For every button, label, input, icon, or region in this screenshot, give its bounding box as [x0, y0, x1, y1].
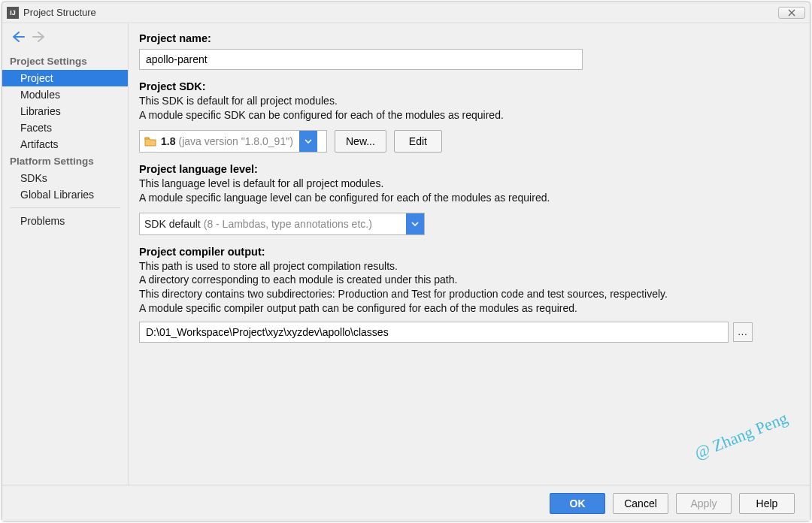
titlebar: IJ Project Structure: [2, 2, 810, 23]
sidebar-section-platform-settings: Platform Settings: [2, 153, 128, 170]
lang-level-dropdown-arrow[interactable]: [406, 213, 424, 234]
nav-arrows: [2, 26, 128, 53]
sidebar-item-sdks[interactable]: SDKs: [2, 170, 128, 186]
close-icon: [787, 9, 796, 17]
lang-level-detail: (8 - Lambdas, type annotations etc.): [204, 218, 372, 230]
project-sdk-label: Project SDK:: [139, 80, 792, 92]
ok-button[interactable]: OK: [550, 493, 605, 514]
compiler-output-label: Project compiler output:: [139, 246, 792, 258]
lang-level-desc-2: A module specific language level can be …: [139, 191, 792, 205]
project-sdk-combo[interactable]: 1.8 (java version "1.8.0_91"): [139, 130, 327, 153]
sidebar-item-project[interactable]: Project: [2, 70, 128, 86]
compiler-output-desc-2: A directory corresponding to each module…: [139, 273, 792, 287]
browse-button[interactable]: ...: [733, 322, 753, 342]
sidebar-separator: [10, 207, 120, 208]
lang-level-value: SDK default: [144, 218, 201, 230]
lang-level-combo[interactable]: SDK default (8 - Lambdas, type annotatio…: [139, 213, 425, 235]
app-icon: IJ: [7, 7, 19, 19]
sdk-edit-button[interactable]: Edit: [394, 130, 442, 153]
compiler-output-desc-1: This path is used to store all project c…: [139, 259, 792, 274]
forward-button[interactable]: [32, 31, 46, 45]
window-close-button[interactable]: [778, 7, 805, 19]
dialog-body: Project Settings Project Modules Librari…: [2, 23, 810, 485]
lang-level-label: Project language level:: [139, 163, 792, 175]
svg-rect-0: [145, 138, 149, 139]
help-button[interactable]: Help: [739, 493, 795, 514]
apply-button[interactable]: Apply: [676, 493, 732, 514]
compiler-output-desc-4: A module specific compiler output path c…: [139, 301, 792, 316]
dialog-footer: OK Cancel Apply Help: [2, 485, 810, 521]
window-title: Project Structure: [23, 7, 778, 18]
back-button[interactable]: [11, 31, 25, 45]
sidebar-item-artifacts[interactable]: Artifacts: [2, 136, 128, 153]
project-name-input[interactable]: [139, 49, 583, 70]
sdk-version: (java version "1.8.0_91"): [178, 135, 292, 147]
project-sdk-desc-1: This SDK is default for all project modu…: [139, 94, 792, 108]
sdk-new-button[interactable]: New...: [335, 130, 386, 153]
sidebar-item-global-libraries[interactable]: Global Libraries: [2, 186, 128, 203]
chevron-down-icon: [411, 222, 419, 226]
sdk-dropdown-arrow[interactable]: [299, 131, 317, 152]
dialog-window: IJ Project Structure Project Settings Pr…: [2, 2, 810, 521]
content-panel: Project name: Project SDK: This SDK is d…: [129, 23, 810, 485]
sidebar-item-facets[interactable]: Facets: [2, 119, 128, 136]
cancel-button[interactable]: Cancel: [613, 493, 668, 514]
sidebar-section-project-settings: Project Settings: [2, 53, 128, 70]
project-name-label: Project name:: [139, 32, 792, 44]
sidebar: Project Settings Project Modules Librari…: [2, 23, 129, 485]
lang-level-desc-1: This language level is default for all p…: [139, 177, 792, 191]
sdk-name: 1.8: [161, 135, 175, 147]
folder-icon: [144, 136, 156, 147]
arrow-right-icon: [32, 31, 46, 43]
sidebar-item-libraries[interactable]: Libraries: [2, 103, 128, 119]
compiler-output-desc-3: This directory contains two subdirectori…: [139, 287, 792, 301]
chevron-down-icon: [304, 139, 312, 144]
sidebar-item-problems[interactable]: Problems: [2, 213, 128, 229]
sidebar-item-modules[interactable]: Modules: [2, 86, 128, 103]
arrow-left-icon: [11, 31, 25, 43]
project-sdk-desc-2: A module specific SDK can be configured …: [139, 108, 792, 122]
compiler-output-input[interactable]: [139, 322, 729, 343]
